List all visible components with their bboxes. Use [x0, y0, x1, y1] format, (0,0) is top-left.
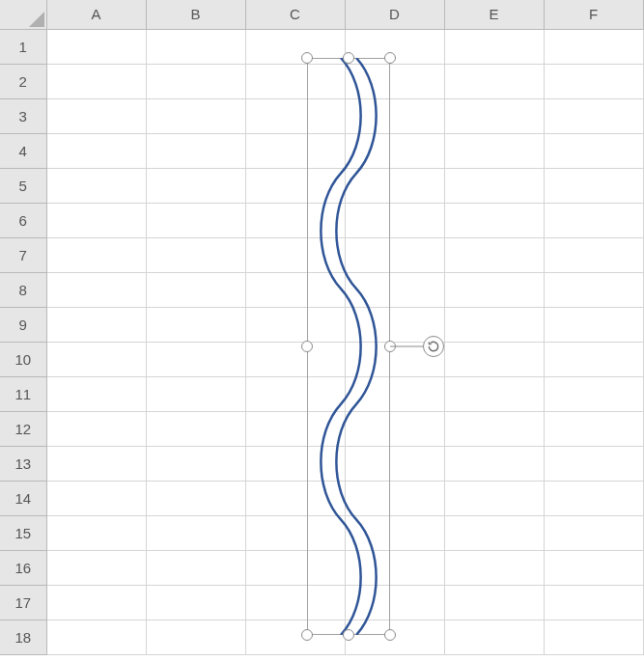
cell-A17[interactable]	[46, 585, 146, 620]
cell-A9[interactable]	[46, 307, 146, 342]
cell-B12[interactable]	[146, 411, 245, 446]
cell-B10[interactable]	[146, 342, 245, 376]
cell-F8[interactable]	[544, 272, 643, 307]
cell-B7[interactable]	[146, 237, 245, 272]
row-header-11[interactable]: 11	[0, 376, 46, 411]
cell-B11[interactable]	[146, 376, 245, 411]
cell-B15[interactable]	[146, 515, 245, 550]
row-header-2[interactable]: 2	[0, 64, 46, 98]
resize-handle-w[interactable]	[301, 341, 313, 352]
cell-E3[interactable]	[444, 98, 544, 133]
cell-F7[interactable]	[544, 237, 643, 272]
cell-E17[interactable]	[444, 585, 544, 620]
cell-A15[interactable]	[46, 515, 146, 550]
cell-A3[interactable]	[46, 98, 146, 133]
cell-F15[interactable]	[544, 515, 643, 550]
column-header-E[interactable]: E	[444, 0, 544, 29]
resize-handle-sw[interactable]	[301, 629, 313, 641]
row-header-5[interactable]: 5	[0, 168, 46, 203]
cell-A11[interactable]	[46, 376, 146, 411]
cell-F6[interactable]	[544, 203, 643, 237]
cell-A6[interactable]	[46, 203, 146, 237]
row-header-18[interactable]: 18	[0, 620, 46, 654]
row-header-14[interactable]: 14	[0, 481, 46, 515]
cell-E9[interactable]	[444, 307, 544, 342]
cell-F14[interactable]	[544, 481, 643, 515]
cell-E18[interactable]	[444, 620, 544, 654]
cell-F10[interactable]	[544, 342, 643, 376]
resize-handle-s[interactable]	[343, 629, 354, 641]
cell-B13[interactable]	[146, 446, 245, 481]
cell-A7[interactable]	[46, 237, 146, 272]
row-header-6[interactable]: 6	[0, 203, 46, 237]
cell-A8[interactable]	[46, 272, 146, 307]
cell-B4[interactable]	[146, 133, 245, 168]
row-header-12[interactable]: 12	[0, 411, 46, 446]
cell-A13[interactable]	[46, 446, 146, 481]
row-header-16[interactable]: 16	[0, 550, 46, 585]
cell-F2[interactable]	[544, 64, 643, 98]
cell-F12[interactable]	[544, 411, 643, 446]
resize-handle-se[interactable]	[384, 629, 396, 641]
cell-B17[interactable]	[146, 585, 245, 620]
column-header-C[interactable]: C	[245, 0, 345, 29]
cell-F13[interactable]	[544, 446, 643, 481]
cell-E5[interactable]	[444, 168, 544, 203]
cell-F9[interactable]	[544, 307, 643, 342]
resize-handle-ne[interactable]	[384, 52, 396, 64]
cell-F5[interactable]	[544, 168, 643, 203]
cell-F1[interactable]	[544, 29, 643, 64]
cell-E16[interactable]	[444, 550, 544, 585]
rotation-handle[interactable]	[423, 336, 444, 357]
cell-A16[interactable]	[46, 550, 146, 585]
cell-B1[interactable]	[146, 29, 245, 64]
row-header-17[interactable]: 17	[0, 585, 46, 620]
row-header-9[interactable]: 9	[0, 307, 46, 342]
cell-A4[interactable]	[46, 133, 146, 168]
column-header-B[interactable]: B	[146, 0, 245, 29]
cell-A1[interactable]	[46, 29, 146, 64]
cell-A2[interactable]	[46, 64, 146, 98]
cell-E13[interactable]	[444, 446, 544, 481]
cell-B8[interactable]	[146, 272, 245, 307]
cell-A12[interactable]	[46, 411, 146, 446]
cell-E12[interactable]	[444, 411, 544, 446]
cell-E7[interactable]	[444, 237, 544, 272]
cell-A18[interactable]	[46, 620, 146, 654]
cell-F11[interactable]	[544, 376, 643, 411]
row-header-7[interactable]: 7	[0, 237, 46, 272]
column-header-F[interactable]: F	[544, 0, 643, 29]
column-header-D[interactable]: D	[345, 0, 444, 29]
cell-E2[interactable]	[444, 64, 544, 98]
row-header-15[interactable]: 15	[0, 515, 46, 550]
cell-F16[interactable]	[544, 550, 643, 585]
row-header-10[interactable]: 10	[0, 342, 46, 376]
row-header-4[interactable]: 4	[0, 133, 46, 168]
cell-B2[interactable]	[146, 64, 245, 98]
row-header-13[interactable]: 13	[0, 446, 46, 481]
row-header-3[interactable]: 3	[0, 98, 46, 133]
select-all-corner[interactable]	[0, 0, 46, 29]
cell-B9[interactable]	[146, 307, 245, 342]
cell-B3[interactable]	[146, 98, 245, 133]
cell-E1[interactable]	[444, 29, 544, 64]
cell-E10[interactable]	[444, 342, 544, 376]
cell-E8[interactable]	[444, 272, 544, 307]
row-header-8[interactable]: 8	[0, 272, 46, 307]
wave-shape[interactable]	[307, 58, 390, 635]
cell-B16[interactable]	[146, 550, 245, 585]
cell-E14[interactable]	[444, 481, 544, 515]
cell-B6[interactable]	[146, 203, 245, 237]
resize-handle-n[interactable]	[343, 52, 354, 64]
cell-A14[interactable]	[46, 481, 146, 515]
cell-A10[interactable]	[46, 342, 146, 376]
cell-E4[interactable]	[444, 133, 544, 168]
cell-F3[interactable]	[544, 98, 643, 133]
row-header-1[interactable]: 1	[0, 29, 46, 64]
column-header-A[interactable]: A	[46, 0, 146, 29]
cell-B5[interactable]	[146, 168, 245, 203]
cell-A5[interactable]	[46, 168, 146, 203]
cell-F17[interactable]	[544, 585, 643, 620]
cell-E15[interactable]	[444, 515, 544, 550]
cell-F4[interactable]	[544, 133, 643, 168]
